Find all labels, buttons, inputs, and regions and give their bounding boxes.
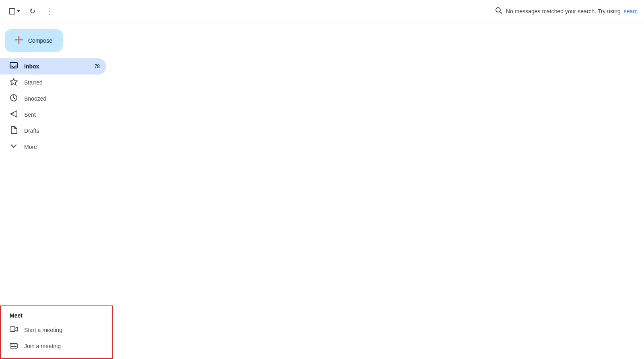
svg-line-1 — [500, 12, 502, 14]
sidebar-item-sent[interactable]: Sent — [0, 107, 106, 123]
sidebar-spacer — [0, 155, 113, 305]
more-label: More — [24, 144, 100, 150]
top-bar: ↻ ⋮ No messages matched your search. Try… — [0, 0, 644, 23]
start-meeting-label: Start a meeting — [24, 327, 62, 333]
toolbar-actions: ↻ ⋮ — [6, 3, 58, 19]
more-vert-icon: ⋮ — [46, 7, 54, 15]
svg-rect-14 — [10, 343, 17, 348]
svg-marker-13 — [15, 327, 17, 331]
sidebar: Compose Inbox 78 Starred — [0, 23, 113, 359]
star-icon — [10, 78, 18, 88]
sidebar-item-drafts[interactable]: Drafts — [0, 123, 106, 139]
sent-label: Sent — [24, 111, 100, 118]
refresh-button[interactable]: ↻ — [24, 3, 40, 19]
sidebar-item-more[interactable]: More — [0, 139, 106, 155]
meet-start-meeting[interactable]: Start a meeting — [0, 322, 106, 338]
sidebar-item-snoozed[interactable]: Snoozed — [0, 91, 106, 107]
snoozed-label: Snoozed — [24, 95, 100, 102]
main-layout: Compose Inbox 78 Starred — [0, 23, 644, 359]
refresh-icon: ↻ — [29, 7, 35, 16]
starred-label: Starred — [24, 79, 100, 86]
meet-title: Meet — [0, 311, 113, 322]
drafts-label: Drafts — [24, 128, 100, 134]
content-area — [113, 23, 644, 359]
video-camera-icon — [10, 326, 18, 334]
inbox-icon — [10, 62, 18, 71]
inbox-label: Inbox — [24, 63, 88, 70]
meet-section: Meet Start a meeting — [0, 305, 113, 359]
search-chips-link[interactable]: searc — [624, 8, 638, 14]
compose-plus-icon — [14, 35, 23, 45]
snoozed-icon — [10, 94, 18, 104]
keyboard-icon — [10, 342, 18, 351]
sent-icon — [10, 110, 18, 120]
select-chevron-icon — [17, 10, 20, 12]
compose-button[interactable]: Compose — [5, 29, 63, 52]
more-options-button[interactable]: ⋮ — [42, 3, 58, 19]
sidebar-item-inbox[interactable]: Inbox 78 — [0, 58, 106, 74]
select-button[interactable] — [6, 6, 23, 16]
drafts-icon — [10, 126, 18, 136]
svg-line-9 — [14, 98, 15, 99]
inbox-count: 78 — [95, 64, 100, 69]
search-status: No messages matched your search. Try usi… — [495, 6, 638, 16]
more-chevron-icon — [10, 142, 18, 152]
meet-join-meeting[interactable]: Join a meeting — [0, 338, 106, 354]
svg-rect-12 — [10, 327, 15, 332]
compose-label: Compose — [28, 37, 52, 44]
no-messages-text: No messages matched your search. Try usi… — [506, 8, 621, 14]
select-checkbox-icon — [9, 8, 15, 14]
sidebar-item-starred[interactable]: Starred — [0, 74, 106, 91]
svg-marker-6 — [10, 78, 17, 85]
join-meeting-label: Join a meeting — [24, 343, 61, 349]
search-icon — [495, 6, 503, 16]
